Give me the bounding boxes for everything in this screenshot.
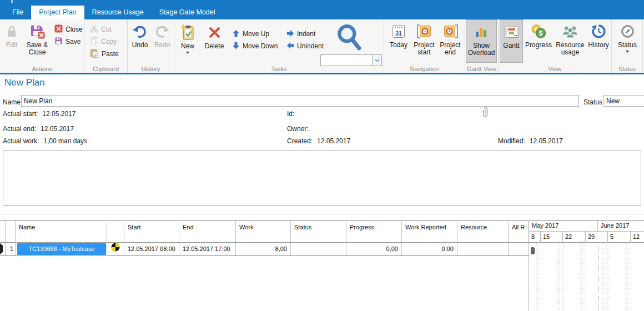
gantt-label: Gantt <box>503 42 519 49</box>
indent-button[interactable]: Indent <box>284 28 324 40</box>
show-overload-button[interactable]: Show Overload <box>466 19 497 63</box>
header-type-icon[interactable] <box>107 221 124 242</box>
undo-icon <box>132 21 148 42</box>
status-field-label: Status <box>583 98 602 106</box>
undo-button[interactable]: Undo <box>129 19 151 63</box>
search-icon <box>335 23 362 54</box>
compass-icon <box>620 21 635 42</box>
group-label-navigation: Navigation <box>384 66 465 72</box>
all-resources-cell[interactable] <box>509 243 529 255</box>
task-bar[interactable] <box>531 247 535 254</box>
tab-project-plan[interactable]: Project Plan <box>31 6 84 19</box>
header-start[interactable]: Start <box>124 221 179 242</box>
new-task-icon <box>180 22 195 43</box>
save-close-icon <box>29 21 46 42</box>
resource-usage-button[interactable]: Resource usage <box>554 19 586 63</box>
start-cell[interactable]: 12.05.2017 08:00 <box>124 243 179 255</box>
new-button[interactable]: New <box>175 21 200 64</box>
header-all-resources[interactable]: All R <box>509 221 529 242</box>
copy-icon <box>90 37 98 47</box>
gantt-button[interactable]: Gantt <box>500 19 523 63</box>
name-cell[interactable]: TC139666 - MyTestcase <box>16 243 107 255</box>
header-row-number <box>6 221 16 242</box>
paperclip-icon[interactable] <box>482 107 489 120</box>
tab-file[interactable]: File <box>4 6 31 19</box>
gantt-chart-icon <box>504 22 519 42</box>
resource-cell[interactable] <box>457 243 509 255</box>
edit-button[interactable]: Edit <box>1 19 22 63</box>
plan-detail-form: New Plan Name Status Actual start:12.05.… <box>0 74 644 220</box>
group-label-actions: Actions <box>0 66 84 72</box>
progress-button[interactable]: €$ Progress <box>523 19 554 63</box>
work-reported-cell[interactable]: 0,00 <box>402 243 457 255</box>
header-name[interactable]: Name <box>16 221 107 242</box>
svg-text:$: $ <box>539 29 543 37</box>
paste-button[interactable]: Paste <box>88 48 127 60</box>
created-value: 12.05.2017 <box>317 137 350 145</box>
header-progress[interactable]: Progress <box>346 221 402 242</box>
combo-dropdown-button[interactable] <box>373 54 382 66</box>
calendar-icon: 31 <box>393 21 405 42</box>
status-cell[interactable] <box>291 243 346 255</box>
project-start-button[interactable]: Project start <box>411 19 437 63</box>
header-work-reported[interactable]: Work Reported <box>402 221 457 242</box>
redo-button[interactable]: Redo <box>151 19 173 63</box>
copy-button[interactable]: Copy <box>88 36 127 48</box>
move-up-button[interactable]: Move Up <box>230 28 278 40</box>
move-down-button[interactable]: Move Down <box>230 40 278 52</box>
unindent-button[interactable]: Unindent <box>284 40 324 52</box>
delete-button[interactable]: Delete <box>201 21 228 64</box>
chevron-down-icon <box>186 52 189 54</box>
gantt-month-may: May 2017 <box>529 221 598 231</box>
week-gridline <box>608 243 608 311</box>
name-input[interactable] <box>21 95 579 107</box>
header-resource[interactable]: Resource <box>457 221 509 242</box>
gantt-week-tick: 5 <box>608 232 631 243</box>
close-button[interactable]: Close <box>52 23 83 36</box>
today-label: Today <box>390 42 407 49</box>
header-end[interactable]: End <box>179 221 236 242</box>
weekend-band <box>624 243 631 311</box>
move-down-label: Move Down <box>243 42 278 50</box>
end-cell[interactable]: 12.05.2017 17:00 <box>179 243 236 255</box>
gantt-week-tick: 22 <box>563 232 586 243</box>
status-input[interactable] <box>603 95 644 107</box>
selected-task-name[interactable]: TC139666 - MyTestcase <box>17 243 106 255</box>
gantt-chart-area[interactable] <box>529 243 644 311</box>
cut-button[interactable]: Cut <box>88 23 127 36</box>
table-header-row: Name Start End Work Status Progress Work… <box>0 220 529 243</box>
weekend-band <box>534 243 541 311</box>
paste-icon <box>90 48 99 59</box>
tab-resource-usage[interactable]: Resource Usage <box>84 6 152 19</box>
header-row-marker <box>0 221 6 242</box>
work-cell[interactable]: 8,00 <box>236 243 291 255</box>
move-up-label: Move Up <box>243 30 269 38</box>
header-work[interactable]: Work <box>236 221 291 242</box>
tab-stage-gate-model[interactable]: Stage Gate Model <box>152 6 223 19</box>
quick-access-toolbar-fragment <box>11 0 13 3</box>
actual-start-value: 12.05.2017 <box>42 110 76 118</box>
people-icon <box>562 21 578 42</box>
project-end-button[interactable]: Project end <box>437 19 463 63</box>
table-row[interactable]: 1 TC139666 - MyTestcase 12.05.2017 08:00… <box>0 243 529 256</box>
undo-label: Undo <box>132 42 148 49</box>
description-field[interactable] <box>3 150 641 206</box>
ribbon: Edit Save & Close Close <box>0 19 644 73</box>
history-button[interactable]: History <box>586 19 611 63</box>
today-button[interactable]: 31 Today <box>386 19 411 63</box>
task-grid: Name Start End Work Status Progress Work… <box>0 220 644 311</box>
redo-icon <box>154 21 170 42</box>
header-status[interactable]: Status <box>291 221 346 242</box>
save-button[interactable]: Save <box>52 36 83 48</box>
task-search-input[interactable] <box>320 54 373 66</box>
progress-cell[interactable]: 0,00 <box>346 243 402 255</box>
ribbon-group-tasks: New Delete Move Up <box>174 19 384 73</box>
modified-value: 12.05.2017 <box>530 137 563 145</box>
save-label: Save <box>66 38 80 46</box>
month-separator-line <box>598 243 598 311</box>
copy-label: Copy <box>101 38 117 46</box>
testcase-icon <box>111 243 120 255</box>
group-label-gantt-view: Gantt View <box>465 66 498 72</box>
save-and-close-button[interactable]: Save & Close <box>22 19 52 63</box>
status-button[interactable]: Status <box>614 19 641 63</box>
